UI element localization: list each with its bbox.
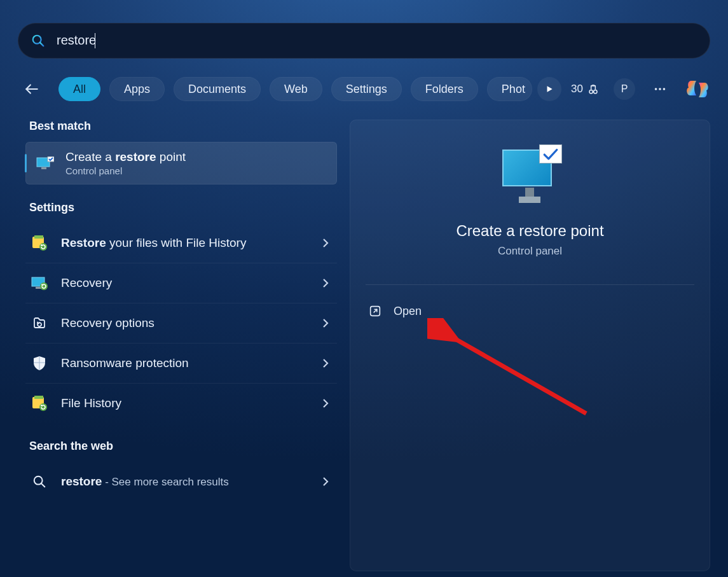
setting-label: Ransomware protection xyxy=(61,356,309,370)
tab-web[interactable]: Web xyxy=(270,77,322,101)
setting-label: File History xyxy=(61,396,309,410)
recovery-icon xyxy=(31,276,48,290)
web-search-item[interactable]: restore - See more search results xyxy=(25,462,337,501)
tab-photos[interactable]: Phot xyxy=(487,77,532,101)
setting-label: Restore your files with File History xyxy=(61,236,309,250)
rewards-icon xyxy=(587,83,600,95)
svg-point-20 xyxy=(39,403,47,411)
preview-subtitle: Control panel xyxy=(350,245,710,258)
file-history-icon xyxy=(31,395,48,412)
setting-restore-files[interactable]: Restore your files with File History xyxy=(25,223,337,263)
preview-title: Create a restore point xyxy=(350,222,710,240)
chevron-right-icon xyxy=(322,318,329,328)
chevron-right-icon xyxy=(322,238,329,248)
svg-point-5 xyxy=(594,90,597,94)
chevron-right-icon xyxy=(322,358,329,368)
svg-point-6 xyxy=(655,88,657,90)
setting-file-history[interactable]: File History xyxy=(25,384,337,423)
setting-ransomware[interactable]: Ransomware protection xyxy=(25,344,337,383)
open-label: Open xyxy=(394,305,422,318)
chevron-right-icon xyxy=(322,398,329,408)
recovery-options-icon xyxy=(31,316,48,330)
section-settings: Settings xyxy=(29,201,337,214)
web-search-label: restore - See more search results xyxy=(61,475,309,489)
preview-restore-icon xyxy=(498,146,562,203)
setting-recovery-options[interactable]: Recovery options xyxy=(25,303,337,343)
setting-label: Recovery xyxy=(61,276,309,290)
setting-label: Recovery options xyxy=(61,316,309,330)
search-bar[interactable]: restore xyxy=(18,23,710,59)
chevron-right-icon xyxy=(322,278,329,288)
shield-icon xyxy=(31,356,48,371)
restore-point-icon xyxy=(36,156,54,170)
open-icon xyxy=(368,304,382,318)
back-button[interactable] xyxy=(18,75,46,103)
file-history-icon xyxy=(31,235,48,251)
copilot-icon[interactable] xyxy=(685,76,710,102)
setting-recovery[interactable]: Recovery xyxy=(25,263,337,303)
tab-all[interactable]: All xyxy=(58,77,100,101)
preview-panel: Create a restore point Control panel Ope… xyxy=(350,120,710,571)
best-match-subtitle: Control panel xyxy=(65,165,186,176)
tab-apps[interactable]: Apps xyxy=(109,77,165,101)
svg-line-22 xyxy=(41,483,45,487)
tab-documents[interactable]: Documents xyxy=(174,77,261,101)
open-button[interactable]: Open xyxy=(368,304,710,318)
best-match-item[interactable]: Create a restore point Control panel xyxy=(25,142,337,184)
rewards-points[interactable]: 30 xyxy=(571,83,600,95)
best-match-title: Create a restore point xyxy=(65,150,186,164)
scroll-more-button[interactable] xyxy=(537,77,561,101)
results-column: Best match Create a restore point Contro… xyxy=(25,120,337,571)
svg-marker-3 xyxy=(547,86,552,92)
svg-point-17 xyxy=(40,282,48,290)
tab-folders[interactable]: Folders xyxy=(411,77,478,101)
filter-row: All Apps Documents Web Settings Folders … xyxy=(18,75,710,103)
svg-point-8 xyxy=(663,88,666,90)
svg-rect-10 xyxy=(41,167,46,169)
svg-rect-19 xyxy=(34,396,43,399)
section-search-web: Search the web xyxy=(29,440,337,453)
profile-avatar[interactable]: P xyxy=(614,78,635,100)
svg-point-7 xyxy=(659,88,661,90)
section-best-match: Best match xyxy=(29,120,337,133)
svg-point-14 xyxy=(39,243,47,251)
more-button[interactable] xyxy=(649,78,671,100)
svg-point-4 xyxy=(589,90,593,94)
svg-rect-13 xyxy=(34,235,43,239)
search-icon xyxy=(31,475,48,489)
tab-settings[interactable]: Settings xyxy=(331,77,402,101)
chevron-right-icon xyxy=(322,476,329,487)
